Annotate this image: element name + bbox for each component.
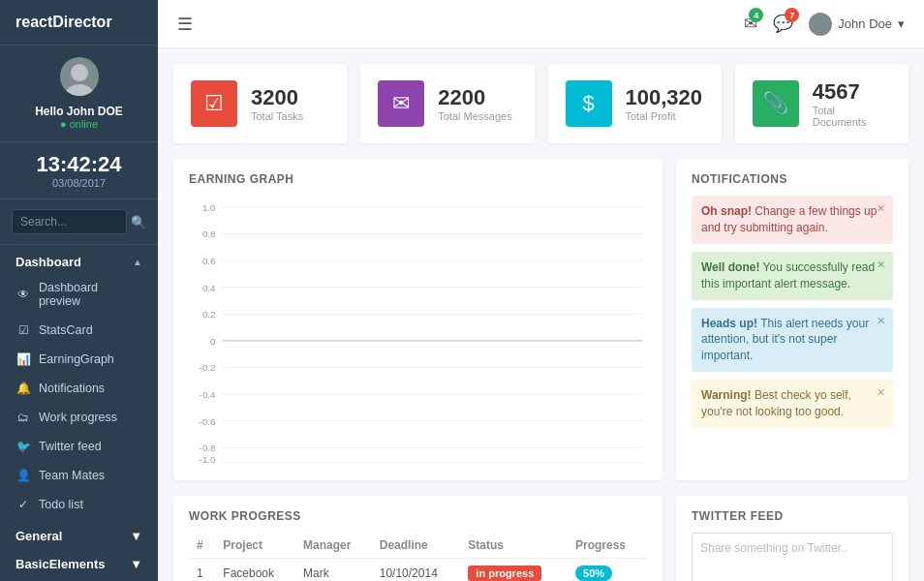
bell-icon: 🔔 [15,382,31,395]
nav-section-dashboard[interactable]: Dashboard ▲ [0,245,158,273]
user-name: John Doe [838,16,892,31]
col-project: Project [215,533,295,559]
user-menu[interactable]: John Doe ▾ [809,13,905,36]
nav-item-label: Twitter feed [39,440,102,453]
notif-close-button[interactable]: ✕ [877,258,885,272]
notification-item: Oh snap! Change a few things up and try … [692,196,893,244]
col-deadline: Deadline [372,533,461,559]
clock-time: 13:42:24 [0,152,158,177]
sidebar-item-teammates[interactable]: 👤 Team Mates [0,461,158,490]
nav-section-basicelements[interactable]: BasicElements ▼ [0,547,158,575]
notifications-card: NOTIFICATIONS Oh snap! Change a few thin… [676,159,909,480]
content-area: ☑ 3200 Total Tasks ✉ 2200 Total Messages… [158,48,924,581]
sidebar-user: Hello John DOE online [0,46,158,142]
notif-close-button[interactable]: ✕ [877,385,885,400]
nav-item-label: Work progress [39,411,117,424]
earning-graph-title: EARNING GRAPH [189,172,647,186]
nav-section-general[interactable]: General ▼ [0,519,158,547]
col-progress: Progress [568,533,647,559]
documents-label: Total Documents [813,105,891,128]
nav-item-label: Team Mates [39,469,105,482]
online-status: online [15,118,142,130]
notif-close-button[interactable]: ✕ [877,201,885,216]
sidebar-item-statscard[interactable]: ☑ StatsCard [0,316,158,345]
svg-text:-0.2: -0.2 [200,363,216,374]
notif-bold: Warning! [701,388,752,402]
svg-text:0.6: 0.6 [202,256,216,266]
nav-item-label: Notifications [39,382,105,395]
sidebar: reactDirector Hello John DOE online 13:4… [0,0,158,581]
notification-item: Well done! You successfully read this im… [692,252,893,300]
twitter-icon: 🐦 [15,440,31,453]
chat-badge: 7 [785,8,799,22]
username: Hello John DOE [15,105,142,118]
col-num: # [189,533,215,559]
cell-deadline: 10/10/2014 [372,559,461,581]
svg-point-1 [66,84,93,96]
cell-status: in progress [460,559,568,581]
tasks-icon: ☑ [191,80,237,127]
search-input[interactable] [12,209,127,234]
documents-value: 4567 [813,79,891,105]
search-container: 🔍 [0,199,158,245]
sidebar-nav: Dashboard ▲ 👁 Dashboard preview ☑ StatsC… [0,245,158,581]
messages-icon: ✉ [378,80,424,127]
tasks-label: Total Tasks [251,110,303,122]
graph-container: 1.0 0.8 0.6 0.4 0.2 0 -0.2 -0.4 -0.6 -0.… [189,196,647,467]
sidebar-item-notifications[interactable]: 🔔 Notifications [0,374,158,403]
cell-progress: 50% [568,559,647,581]
clock-date: 03/08/2017 [0,177,158,189]
header-left: ☰ [177,14,193,35]
user-avatar [809,13,832,36]
notif-close-button[interactable]: ✕ [877,314,885,328]
notif-bold: Well done! [701,260,759,274]
stats-row: ☑ 3200 Total Tasks ✉ 2200 Total Messages… [173,64,909,143]
stat-card-tasks: ☑ 3200 Total Tasks [173,64,347,143]
svg-text:-1.0: -1.0 [200,454,216,465]
dropdown-arrow-icon: ▾ [898,16,905,31]
documents-icon: 📎 [753,80,799,127]
nav-section-label: BasicElements [15,557,106,571]
sidebar-item-work-progress[interactable]: 🗂 Work progress [0,403,158,432]
user-icon: 👤 [15,469,31,482]
cell-num: 1 [189,559,215,581]
sidebar-clock: 13:42:24 03/08/2017 [0,142,158,199]
svg-text:-0.6: -0.6 [200,416,216,427]
check-icon: ☑ [15,323,31,337]
nav-section-label: General [15,529,62,543]
sidebar-item-todolist[interactable]: ✓ Todo list [0,490,158,519]
stat-card-profit: $ 100,320 Total Profit [548,64,722,143]
notifications-list: Oh snap! Change a few things up and try … [692,196,893,427]
work-progress-title: WORK PROGRESS [189,509,647,523]
nav-section-simpletables[interactable]: SimpleTables ▼ [0,575,158,581]
col-status: Status [460,533,568,559]
twitter-input[interactable] [692,533,893,581]
col-manager: Manager [295,533,372,559]
profit-icon: $ [566,80,612,127]
cell-manager: Mark [295,559,372,581]
svg-text:1.0: 1.0 [202,202,216,213]
app-logo: reactDirector [0,0,158,46]
sidebar-item-twitter-feed[interactable]: 🐦 Twitter feed [0,432,158,461]
chat-icon-button[interactable]: 💬 7 [773,14,793,34]
sidebar-item-dashboard-preview[interactable]: 👁 Dashboard preview [0,273,158,316]
notification-item: Warning! Best check yo self, you're not … [692,380,893,428]
svg-text:0: 0 [210,336,216,347]
svg-text:0.2: 0.2 [202,310,216,321]
svg-text:0.8: 0.8 [202,229,216,240]
stat-card-messages: ✉ 2200 Total Messages [360,64,534,143]
search-button[interactable]: 🔍 [131,215,146,229]
notif-bold: Heads up! [701,317,757,330]
profit-value: 100,320 [626,85,703,110]
nav-item-label: EarningGraph [39,352,114,366]
eye-icon: 👁 [15,288,31,301]
work-progress-table: # Project Manager Deadline Status Progre… [189,533,647,581]
chevron-down-icon: ▼ [130,529,142,543]
notif-bold: Oh snap! [701,204,752,218]
briefcase-icon: 🗂 [15,411,31,424]
mail-icon-button[interactable]: ✉ 4 [744,14,757,34]
progress-pill: 50% [575,566,612,581]
hamburger-icon[interactable]: ☰ [177,14,193,35]
sidebar-item-earninggraph[interactable]: 📊 EarningGraph [0,345,158,374]
avatar [60,57,99,96]
